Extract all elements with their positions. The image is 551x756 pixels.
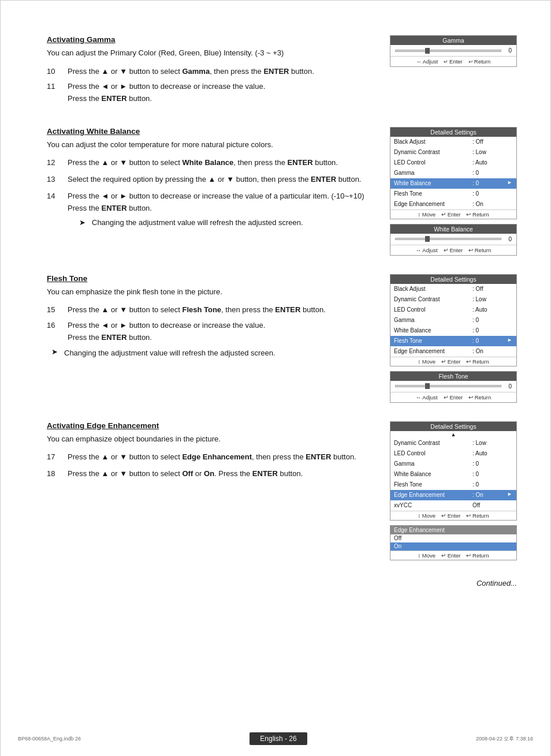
section-edge: Activating Edge Enhancement You can emph…	[47, 421, 517, 560]
ft-row-5: White Balance : 0	[390, 325, 516, 336]
english-badge: English - 26	[250, 732, 307, 745]
section-white-balance: Activating White Balance You can adjust …	[47, 127, 517, 256]
wb-footer-move: ↕ Move	[418, 211, 435, 218]
step-14-content: Press the ◄ or ► button to decrease or i…	[68, 190, 364, 231]
ft-pf-return: ↩ Return	[468, 394, 491, 401]
wb-footer-enter: ↵ Enter	[441, 211, 460, 218]
step-num-10: 10	[47, 66, 68, 78]
adjust-icon: ↔	[416, 59, 422, 65]
gamma-left: Activating Gamma You can adjust the Prim…	[47, 35, 390, 108]
edge-step-18: 18 Press the ▲ or ▼ button to select Off…	[47, 468, 378, 480]
ft-row-4: Gamma : 0	[390, 315, 516, 325]
ft-right: Detailed Settings Black Adjust : Off Dyn…	[390, 274, 517, 403]
ft-panel: Flesh Tone 0 ↔ Adjust ↵ Enter ↩ Return	[390, 371, 517, 403]
ft-detailed-panel: Detailed Settings Black Adjust : Off Dyn…	[390, 274, 517, 366]
edge-sf-return: ↩ Return	[466, 552, 489, 559]
wb-slider: 0	[390, 234, 516, 245]
wb-val: 0	[505, 236, 512, 242]
wb-row-2: Dynamic Contrast : Low	[390, 147, 516, 158]
ft-note: ➤ Changing the adjustment value will ref…	[51, 347, 378, 359]
step-text-10: Press the ▲ or ▼ button to select Gamma,…	[68, 66, 378, 78]
wb-detailed-panel: Detailed Settings Black Adjust : Off Dyn…	[390, 127, 517, 219]
step-11-sub: Press the ENTER button.	[68, 93, 265, 105]
edge-small-footer: ↕ Move ↵ Enter ↩ Return	[390, 551, 516, 560]
edge-right: Detailed Settings ▲ Dynamic Contrast : L…	[390, 421, 517, 560]
step-text-13: Select the required option by pressing t…	[68, 174, 378, 186]
edge-detailed-panel: Detailed Settings ▲ Dynamic Contrast : L…	[390, 421, 517, 521]
step-16-sub: Press the ENTER button.	[68, 332, 265, 344]
ft-slider: 0	[390, 381, 516, 392]
continued-container: Continued...	[47, 579, 517, 587]
ft-pf-adjust: ↔ Adjust	[416, 394, 438, 401]
footer-file-right: 2008-04-22 오후 7:38:16	[476, 735, 533, 743]
edge-row-2: LED Control : Auto	[390, 448, 516, 459]
ft-title: Flesh Tone	[47, 274, 378, 283]
ft-note-arrow: ➤	[51, 347, 64, 359]
wb-row-6: Flesh Tone : 0	[390, 189, 516, 199]
edge-triangle: ▲	[390, 431, 516, 438]
edge-sf-enter: ↵ Enter	[441, 552, 460, 559]
bottom-bar: BP68-00658A_Eng.indb 26 English - 26 200…	[1, 732, 550, 745]
edge-desc: You can emphasize object boundaries in t…	[47, 433, 378, 445]
continued-text: Continued...	[476, 579, 517, 587]
step-14-sub: Press the ENTER button.	[68, 203, 364, 215]
step-16-content: Press the ◄ or ► button to decrease or i…	[68, 320, 265, 344]
step-num-13: 13	[47, 174, 68, 186]
edge-title: Activating Edge Enhancement	[47, 421, 378, 430]
wb-thumb	[425, 236, 430, 242]
return-icon: ↩	[468, 59, 473, 65]
edge-opt-on: On	[390, 542, 516, 551]
gamma-slider: 0	[390, 45, 516, 56]
gamma-track	[395, 50, 501, 52]
edge-left: Activating Edge Enhancement You can emph…	[47, 421, 390, 484]
wb-step-12: 12 Press the ▲ or ▼ button to select Whi…	[47, 157, 378, 169]
wb-detailed-title: Detailed Settings	[390, 128, 516, 137]
ft-detailed-title: Detailed Settings	[390, 275, 516, 284]
note-text-wb: Changing the adjustment value will refre…	[92, 217, 303, 229]
ft-row-1: Black Adjust : Off	[390, 284, 516, 294]
wb-pf-return: ↩ Return	[468, 247, 491, 253]
footer-file-left: BP68-00658A_Eng.indb 26	[18, 736, 81, 742]
step-text-18: Press the ▲ or ▼ button to select Off or…	[68, 468, 378, 480]
gamma-step-11: 11 Press the ◄ or ► button to decrease o…	[47, 81, 378, 105]
section-flesh-tone: Flesh Tone You can emphasize the pink fl…	[47, 274, 517, 403]
edge-row-6-hl: Edge Enhancement : On ►	[390, 490, 516, 500]
wb-step-14: 14 Press the ◄ or ► button to decrease o…	[47, 190, 378, 231]
wb-row-1: Black Adjust : Off	[390, 137, 516, 147]
ft-panel-footer: ↔ Adjust ↵ Enter ↩ Return	[390, 392, 516, 402]
edge-sf-move: ↕ Move	[418, 552, 435, 559]
step-num-17: 17	[47, 451, 68, 463]
wb-row-5-hl: White Balance : 0 ►	[390, 178, 516, 189]
ft-footer-return: ↩ Return	[466, 358, 489, 365]
step-num-18: 18	[47, 468, 68, 480]
step-text-12: Press the ▲ or ▼ button to select White …	[68, 157, 378, 169]
section-gamma: Activating Gamma You can adjust the Prim…	[47, 35, 517, 108]
edge-row-7: xvYCC Off	[390, 500, 516, 511]
step-num-11: 11	[47, 81, 68, 105]
gamma-desc: You can adjust the Primary Color (Red, G…	[47, 47, 378, 59]
ft-track	[395, 385, 501, 387]
edge-footer-return: ↩ Return	[466, 512, 489, 519]
wb-detailed-footer: ↕ Move ↵ Enter ↩ Return	[390, 209, 516, 219]
step-14-text: Press the ◄ or ► button to decrease or i…	[68, 190, 364, 203]
step-num-15: 15	[47, 304, 68, 316]
edge-detailed-footer: ↕ Move ↵ Enter ↩ Return	[390, 511, 516, 520]
ft-row-3: LED Control : Auto	[390, 305, 516, 315]
ft-footer-enter: ↵ Enter	[441, 358, 460, 365]
wb-right: Detailed Settings Black Adjust : Off Dyn…	[390, 127, 517, 256]
wb-panel-title: White Balance	[390, 224, 516, 234]
edge-row-1: Dynamic Contrast : Low	[390, 438, 516, 448]
step-num-14: 14	[47, 190, 68, 231]
edge-footer-move: ↕ Move	[418, 512, 435, 519]
step-11-content: Press the ◄ or ► button to decrease or i…	[68, 81, 265, 105]
gamma-title: Activating Gamma	[47, 35, 378, 44]
wb-panel: White Balance 0 ↔ Adjust ↵ Enter ↩ Retur…	[390, 224, 517, 256]
edge-opt-off: Off	[390, 534, 516, 542]
wb-row-3: LED Control : Auto	[390, 158, 516, 168]
ft-step-15: 15 Press the ▲ or ▼ button to select Fle…	[47, 304, 378, 316]
step-num-16: 16	[47, 320, 68, 344]
page-container: Activating Gamma You can adjust the Prim…	[1, 1, 551, 756]
ft-desc: You can emphasize the pink flesh tone in…	[47, 286, 378, 298]
wb-track	[395, 238, 501, 240]
ft-note-text: Changing the adjustment value will refre…	[64, 347, 276, 359]
